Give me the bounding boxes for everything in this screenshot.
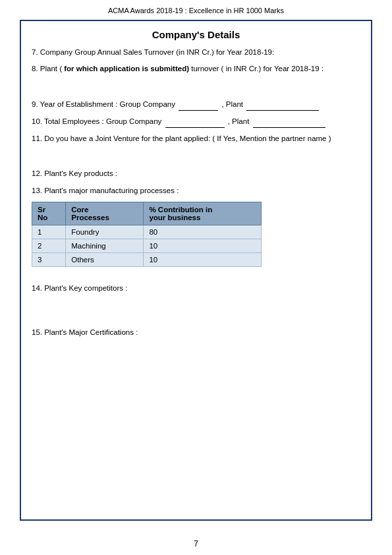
item-8-post: turnover ( in INR Cr.) for Year 2018-19 …: [191, 65, 323, 73]
section-14: 14. Plant's Key competitors :: [32, 283, 360, 294]
page-title: Company's Details: [32, 29, 360, 40]
item-15-number: 15.: [32, 328, 44, 336]
item-10-blank2: [253, 116, 325, 128]
table-row: 3 Others 10: [32, 252, 262, 266]
item-10-text: Total Employees : Group Company: [44, 117, 164, 125]
item-8-pre: Plant (: [40, 65, 62, 73]
cell-process-3: Others: [66, 252, 144, 266]
cell-contribution-2: 10: [144, 239, 262, 252]
item-14-number: 14.: [32, 284, 44, 292]
col-header-sr: SrNo: [32, 202, 66, 225]
cell-contribution-1: 80: [144, 225, 262, 239]
item-10-mid: , Plant: [228, 117, 252, 125]
section-15: 15. Plant's Major Certifications :: [32, 327, 360, 338]
cell-contribution-3: 10: [144, 252, 262, 266]
item-9-blank1: [179, 99, 218, 111]
cell-sr-3: 3: [32, 252, 66, 266]
item-12-number: 12.: [32, 169, 44, 177]
item-11-text: Do you have a Joint Venture for the plan…: [44, 134, 331, 142]
cell-process-2: Machining: [66, 239, 144, 252]
manufacturing-table-container: SrNo CoreProcesses % Contribution inyour…: [32, 202, 360, 267]
item-8-number: 8.: [32, 65, 40, 73]
section-8: 8. Plant ( for which application is subm…: [32, 63, 360, 74]
col-header-core-processes: CoreProcesses: [66, 202, 144, 225]
item-13-number: 13.: [32, 187, 44, 194]
section-12: 12. Plant's Key products :: [32, 168, 360, 179]
cell-sr-1: 1: [32, 225, 66, 239]
item-14-text: Plant's Key competitors :: [44, 284, 127, 292]
section-7: 7. Company Group Annual Sales Turnover (…: [32, 47, 360, 58]
item-15-text: Plant's Major Certifications :: [44, 328, 138, 336]
item-10-number: 10.: [32, 117, 44, 125]
section-9: 9. Year of Establishment : Group Company…: [32, 99, 360, 111]
table-header-row: SrNo CoreProcesses % Contribution inyour…: [32, 202, 262, 225]
cell-sr-2: 2: [32, 239, 66, 252]
section-10: 10. Total Employees : Group Company , Pl…: [32, 116, 360, 128]
page-header: ACMA Awards 2018-19 : Excellence in HR 1…: [0, 0, 392, 20]
item-11-number: 11.: [32, 134, 44, 142]
section-13: 13. Plant's major manufacturing processe…: [32, 185, 360, 196]
table-row: 1 Foundry 80: [32, 225, 262, 239]
item-9-text: Year of Establishment : Group Company: [40, 100, 178, 108]
item-7-number: 7.: [32, 48, 40, 56]
item-9-mid: , Plant: [221, 100, 245, 108]
col-header-contribution: % Contribution inyour business: [144, 202, 262, 225]
section-11: 11. Do you have a Joint Venture for the …: [32, 133, 360, 144]
page-number: 7: [0, 539, 392, 548]
item-9-blank2: [246, 99, 319, 111]
cell-process-1: Foundry: [66, 225, 144, 239]
item-8-bold: for which application is submitted): [64, 65, 189, 73]
item-7-text: Company Group Annual Sales Turnover (in …: [40, 48, 274, 56]
item-12-text: Plant's Key products :: [44, 169, 117, 177]
table-row: 2 Machining 10: [32, 239, 262, 252]
manufacturing-table: SrNo CoreProcesses % Contribution inyour…: [32, 202, 262, 267]
main-content: Company's Details 7. Company Group Annua…: [20, 20, 372, 521]
item-10-blank1: [165, 116, 225, 128]
item-9-number: 9.: [32, 100, 40, 108]
item-13-text: Plant's major manufacturing processes :: [44, 187, 179, 194]
